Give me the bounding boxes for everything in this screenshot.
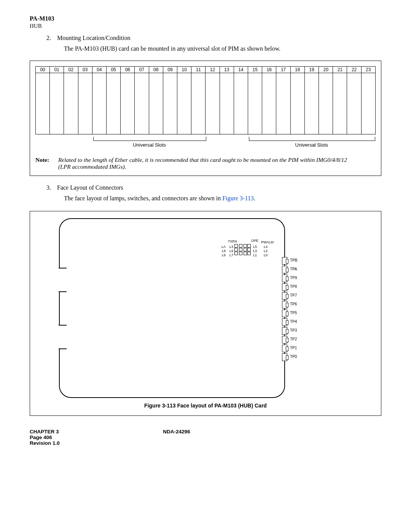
note-text: Related to the length of Ether cable, it… [58, 157, 347, 170]
slot-03: 03 [78, 67, 92, 134]
slot-10: 10 [177, 67, 191, 134]
edge-port-column: TPBTPATP9TP8TP7TP6TP5TP4TP3TP2TP1TP0 [282, 257, 287, 362]
port-tp8: TP8 [282, 283, 287, 291]
slot-02: 02 [64, 67, 78, 134]
face-layout-box: TXRX LAL8L6 L3L9L7 L5L3L1 OPE PWALM L4L2… [30, 211, 381, 416]
slot-17: 17 [276, 67, 290, 134]
sec3-body-post: . [254, 195, 255, 201]
lbl-pwalm: PWALM [261, 240, 274, 244]
port-tp2: TP2 [282, 336, 287, 343]
slot-12: 12 [206, 67, 220, 134]
port-tp6: TP6 [282, 301, 287, 308]
doc-model: PA-M103 [30, 15, 381, 22]
slot-19: 19 [305, 67, 319, 134]
slot-13: 13 [220, 67, 234, 134]
slot-00: 00 [36, 67, 50, 134]
bracket-1-label: Universal Slots [93, 142, 206, 148]
bracket-2-label: Universal Slots [249, 142, 375, 148]
slot-04: 04 [92, 67, 107, 134]
port-tp3: TP3 [282, 327, 287, 335]
sec3-body-pre: The face layout of lamps, switches, and … [64, 195, 222, 201]
slot-21: 21 [333, 67, 347, 134]
sec3-num: 3. [41, 184, 51, 191]
slot-22: 22 [347, 67, 361, 134]
card-outline [59, 218, 285, 398]
port-tpa: TPA [282, 266, 287, 273]
sec3-body: The face layout of lamps, switches, and … [64, 195, 381, 202]
lbl-ope: OPE [251, 239, 258, 243]
lbl-leftcol: LAL8L6 [221, 245, 226, 257]
slot-14: 14 [234, 67, 248, 134]
footer-chapter: CHAPTER 3 [30, 429, 59, 435]
figure-ref-link[interactable]: Figure 3-113 [222, 195, 254, 201]
slot-08: 08 [149, 67, 163, 134]
port-tp9: TP9 [282, 275, 287, 282]
lbl-midcol1: L3L9L7 [229, 245, 233, 257]
slot-23: 23 [362, 67, 375, 134]
slot-06: 06 [121, 67, 135, 134]
slot-01: 01 [50, 67, 64, 134]
lbl-rightcol: L4L2L0 [264, 245, 268, 257]
slot-05: 05 [107, 67, 121, 134]
led-col-d [247, 244, 251, 256]
slot-09: 09 [163, 67, 177, 134]
footer-page: Page 406 [30, 435, 381, 440]
bracket-1 [93, 137, 206, 141]
footer-doc: NDA-24296 [163, 429, 190, 435]
slots-row: 0001020304050607080910111213141516171819… [35, 66, 376, 134]
notch-1 [58, 268, 67, 292]
slot-16: 16 [262, 67, 276, 134]
slot-07: 07 [135, 67, 149, 134]
slot-15: 15 [248, 67, 262, 134]
bracket-2 [249, 137, 376, 141]
doc-sub: HUB [30, 23, 381, 29]
lbl-txrx: TXRX [228, 240, 237, 244]
lbl-midcol2: L5L3L1 [253, 245, 257, 257]
note-label: Note: [35, 157, 57, 163]
figure-caption: Figure 3-113 Face layout of PA-M103 (HUB… [41, 403, 370, 409]
port-tpb: TPB [282, 257, 287, 265]
port-tp7: TP7 [282, 292, 287, 300]
port-tp4: TP4 [282, 318, 287, 326]
slot-11: 11 [191, 67, 206, 134]
notch-2 [58, 325, 67, 349]
port-tp5: TP5 [282, 310, 287, 317]
led-col-b [239, 244, 242, 256]
slot-18: 18 [291, 67, 305, 134]
footer-rev: Revision 1.0 [30, 440, 381, 446]
slot-20: 20 [319, 67, 333, 134]
led-col-c [244, 244, 247, 256]
sec2-num: 2. [41, 35, 51, 42]
led-col-a [234, 244, 238, 256]
port-tp1: TP1 [282, 345, 287, 352]
sec2-title: Mounting Location/Condition [57, 35, 130, 41]
slot-diagram-box: 0001020304050607080910111213141516171819… [30, 61, 381, 176]
sec2-body: The PA-M103 (HUB) card can be mounted in… [64, 45, 381, 52]
sec3-title: Face Layout of Connectors [57, 184, 123, 191]
port-tp0: TP0 [282, 353, 287, 361]
